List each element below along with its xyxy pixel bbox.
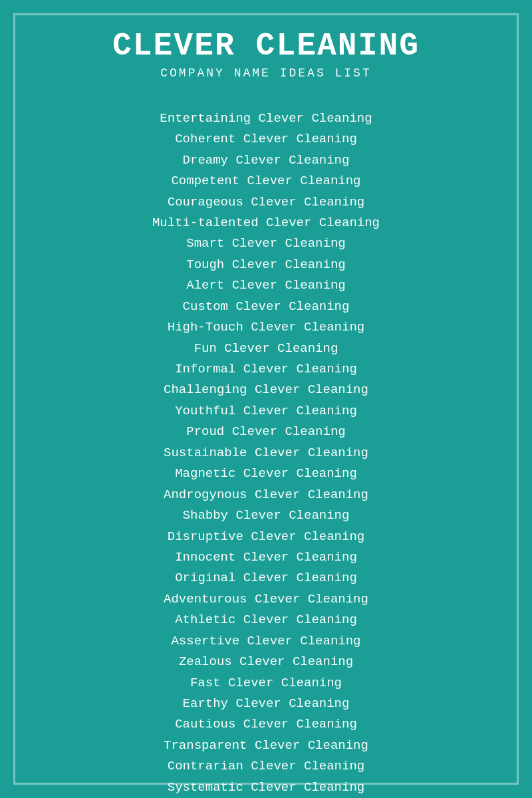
list-item: Fun Clever Cleaning: [194, 339, 338, 358]
header: CLEVER CLEANING COMPANY NAME IDEAS LIST: [112, 29, 420, 80]
list-item: Contrarian Clever Cleaning: [168, 757, 364, 776]
list-item: Shabby Clever Cleaning: [183, 506, 350, 525]
main-title: CLEVER CLEANING: [112, 29, 420, 64]
list-item: Entertaining Clever Cleaning: [160, 109, 372, 128]
list-item: Competent Clever Cleaning: [171, 172, 360, 191]
list-item: Assertive Clever Cleaning: [171, 632, 360, 651]
list-item: Original Clever Cleaning: [175, 569, 357, 588]
list-item: Proud Clever Cleaning: [186, 422, 345, 442]
subtitle: COMPANY NAME IDEAS LIST: [112, 66, 420, 80]
list-item: Athletic Clever Cleaning: [175, 610, 357, 630]
list-item: Fast Clever Cleaning: [190, 674, 342, 693]
list-item: Informal Clever Cleaning: [175, 360, 357, 379]
list-item: Transparent Clever Cleaning: [164, 736, 368, 755]
list-item: Disruptive Clever Cleaning: [168, 527, 364, 547]
list-item: Sustainable Clever Cleaning: [164, 444, 368, 463]
list-item: Tough Clever Cleaning: [186, 255, 345, 275]
names-list: Entertaining Clever CleaningCoherent Cle…: [22, 109, 510, 797]
list-item: Adventurous Clever Cleaning: [164, 590, 368, 609]
list-item: Androgynous Clever Cleaning: [164, 485, 368, 505]
list-item: Cautious Clever Cleaning: [175, 715, 357, 734]
list-item: Systematic Clever Cleaning: [168, 778, 364, 797]
outer-border: CLEVER CLEANING COMPANY NAME IDEAS LIST …: [13, 13, 519, 785]
list-item: Custom Clever Cleaning: [183, 297, 350, 317]
list-item: Zealous Clever Cleaning: [179, 652, 353, 672]
list-item: Multi-talented Clever Cleaning: [152, 213, 380, 233]
list-item: Smart Clever Cleaning: [186, 234, 345, 253]
list-item: Courageous Clever Cleaning: [168, 193, 364, 212]
list-item: Youthful Clever Cleaning: [175, 402, 357, 421]
list-item: Alert Clever Cleaning: [186, 276, 345, 295]
list-item: Challenging Clever Cleaning: [164, 380, 368, 400]
list-item: Dreamy Clever Cleaning: [183, 151, 350, 170]
list-item: High-Touch Clever Cleaning: [168, 318, 364, 337]
list-item: Magnetic Clever Cleaning: [175, 464, 357, 483]
list-item: Innocent Clever Cleaning: [175, 548, 357, 567]
list-item: Earthy Clever Cleaning: [183, 694, 350, 714]
list-item: Coherent Clever Cleaning: [175, 130, 357, 149]
